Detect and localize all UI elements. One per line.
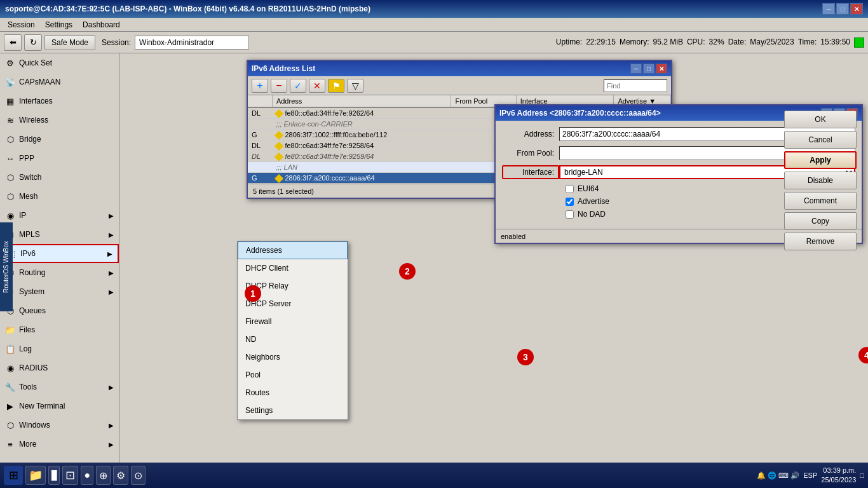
windows-icon: ⬡ <box>5 420 15 430</box>
taskbar-app7[interactable]: ⊙ <box>131 466 146 485</box>
tools-arrow-icon: ▶ <box>109 384 114 391</box>
menu-session[interactable]: Session <box>3 19 40 30</box>
ipv6-list-titlebar: IPv6 Address List ─ □ ✕ <box>248 61 671 76</box>
mesh-icon: ⬡ <box>5 191 15 201</box>
taskbar-settings[interactable]: ⚙ <box>113 466 128 485</box>
uptime-label: Uptime: <box>556 37 582 48</box>
sidebar-item-radius[interactable]: ◉ RADIUS <box>0 358 119 377</box>
sidebar-item-wireless[interactable]: ≋ Wireless <box>0 111 119 130</box>
context-menu-addresses[interactable]: Addresses <box>238 241 348 259</box>
sidebar-item-log[interactable]: 📋 Log <box>0 339 119 358</box>
more-arrow-icon: ▶ <box>109 441 114 448</box>
quick-set-icon: ⚙ <box>5 58 15 68</box>
session-input[interactable] <box>135 36 249 50</box>
col-header-flag[interactable] <box>248 95 272 107</box>
row-address: fe80::c6ad:34ff:fe7e:9262/64 <box>272 107 451 119</box>
find-input[interactable] <box>604 79 667 92</box>
connection-status-indicator <box>854 37 864 48</box>
no-dad-label: No DAD <box>578 210 606 219</box>
context-menu-firewall[interactable]: Firewall <box>238 313 348 330</box>
no-dad-checkbox[interactable] <box>566 210 574 219</box>
ipv6-arrow-icon: ▶ <box>107 250 112 257</box>
disable-button[interactable]: Disable <box>784 172 857 189</box>
sidebar-item-mpls[interactable]: ⊞ MPLS ▶ <box>0 225 119 244</box>
titlebar: soporte@C4:AD:34:7E:92:5C (LAB-ISP-ABC) … <box>0 0 868 18</box>
back-button[interactable]: ⬅ <box>4 34 22 51</box>
remove-button[interactable]: Remove <box>784 233 857 250</box>
ok-button[interactable]: OK <box>784 111 857 128</box>
sidebar-item-switch[interactable]: ⬡ Switch <box>0 168 119 187</box>
ipv6-list-title: IPv6 Address List <box>252 64 629 73</box>
sidebar-item-new-terminal[interactable]: ▶ New Terminal <box>0 396 119 416</box>
uptime-value: 22:29:15 <box>586 37 616 48</box>
taskbar-edge[interactable]: ⊕ <box>96 466 111 485</box>
eui64-label: EUI64 <box>578 184 599 193</box>
list-status-text: 5 items (1 selected) <box>253 187 314 195</box>
sidebar-item-windows[interactable]: ⬡ Windows ▶ <box>0 416 119 435</box>
sidebar-item-bridge[interactable]: ⬡ Bridge <box>0 130 119 149</box>
context-menu-nd[interactable]: ND <box>238 330 348 348</box>
col-header-address[interactable]: Address <box>272 95 451 107</box>
safe-mode-button[interactable]: Safe Mode <box>44 35 95 50</box>
cancel-button[interactable]: Cancel <box>784 131 857 149</box>
sidebar-item-ppp[interactable]: ↔ PPP <box>0 149 119 168</box>
comment-button[interactable]: Comment <box>784 192 857 210</box>
context-menu-routes[interactable]: Routes <box>238 384 348 402</box>
minimize-button[interactable]: ─ <box>822 3 835 15</box>
sidebar-label-ip: IP <box>19 211 26 220</box>
apply-button[interactable]: Apply <box>784 151 857 169</box>
forward-button[interactable]: ↻ <box>24 34 42 51</box>
sidebar-item-routing[interactable]: ⬡ Routing ▶ <box>0 263 119 282</box>
date-label: Date: <box>728 37 747 48</box>
interface-label: Interface: <box>502 165 559 179</box>
row-address: 2806:3f7:1002::ffff:f0ca:bebe/112 <box>272 130 451 140</box>
date-value: May/25/2023 <box>750 37 794 48</box>
sidebar-item-queues[interactable]: ⬡ Queues <box>0 301 119 320</box>
sidebar-item-quick-set[interactable]: ⚙ Quick Set <box>0 53 119 72</box>
taskbar-chrome[interactable]: ● <box>81 466 93 485</box>
sidebar-item-files[interactable]: 📁 Files <box>0 320 119 339</box>
context-menu-settings[interactable]: Settings <box>238 402 348 419</box>
taskbar-app3[interactable]: ⊡ <box>62 466 78 485</box>
sidebar-item-more[interactable]: ≡ More ▶ <box>0 435 119 454</box>
ip-arrow-icon: ▶ <box>109 212 114 219</box>
taskbar: ⊞ 📁 █ ⊡ ● ⊕ ⚙ ⊙ 🔔 🌐 ⌨ 🔊 ESP 03:39 p.m. 2… <box>0 463 868 488</box>
context-menu-neighbors[interactable]: Neighbors <box>238 348 348 366</box>
context-menu-pool[interactable]: Pool <box>238 366 348 384</box>
start-button[interactable]: ⊞ <box>4 466 23 485</box>
add-button[interactable]: + <box>252 79 268 93</box>
ipv6-context-menu: Addresses DHCP Client DHCP Relay DHCP Se… <box>237 241 348 420</box>
copy-button[interactable]: Copy <box>784 212 857 230</box>
sidebar-label-queues: Queues <box>19 306 46 315</box>
ipv6-list-minimize-btn[interactable]: ─ <box>630 64 642 74</box>
menu-settings[interactable]: Settings <box>40 19 78 30</box>
sidebar-item-ip[interactable]: ◉ IP ▶ <box>0 206 119 225</box>
sidebar-item-ipv6[interactable]: ⬚ IPv6 ▶ <box>0 244 119 263</box>
sidebar-item-tools[interactable]: 🔧 Tools ▶ <box>0 377 119 396</box>
advertise-checkbox[interactable] <box>566 198 574 206</box>
close-button[interactable]: ✕ <box>850 3 863 15</box>
menu-dashboard[interactable]: Dashboard <box>78 19 125 30</box>
eui64-checkbox[interactable] <box>566 185 574 193</box>
edit-button[interactable]: ✓ <box>290 79 306 93</box>
cancel-button[interactable]: ✕ <box>309 79 325 93</box>
row-flag: DL <box>248 140 272 151</box>
log-icon: 📋 <box>5 344 15 354</box>
sidebar-label-system: System <box>19 287 44 296</box>
sidebar-item-mesh[interactable]: ⬡ Mesh <box>0 187 119 206</box>
ipv6-list-close-btn[interactable]: ✕ <box>656 64 667 74</box>
content-area: IPv6 Address List ─ □ ✕ + − ✓ ✕ ⚑ ▽ <box>119 53 868 463</box>
sidebar-item-capsman[interactable]: 📡 CAPsMAAN <box>0 72 119 92</box>
flag-button[interactable]: ⚑ <box>328 79 344 93</box>
remove-button[interactable]: − <box>271 79 287 93</box>
taskbar-file-manager[interactable]: 📁 <box>25 466 46 485</box>
context-menu-dhcp-client[interactable]: DHCP Client <box>238 259 348 277</box>
maximize-button[interactable]: □ <box>836 3 849 15</box>
sidebar-item-system[interactable]: ⚙ System ▶ <box>0 282 119 301</box>
sidebar-item-interfaces[interactable]: ▦ Interfaces <box>0 92 119 111</box>
taskbar-terminal[interactable]: █ <box>48 466 60 485</box>
filter-button[interactable]: ▽ <box>347 79 363 93</box>
memory-label: Memory: <box>620 37 649 48</box>
radius-icon: ◉ <box>5 363 15 373</box>
ipv6-list-restore-btn[interactable]: □ <box>643 64 654 74</box>
